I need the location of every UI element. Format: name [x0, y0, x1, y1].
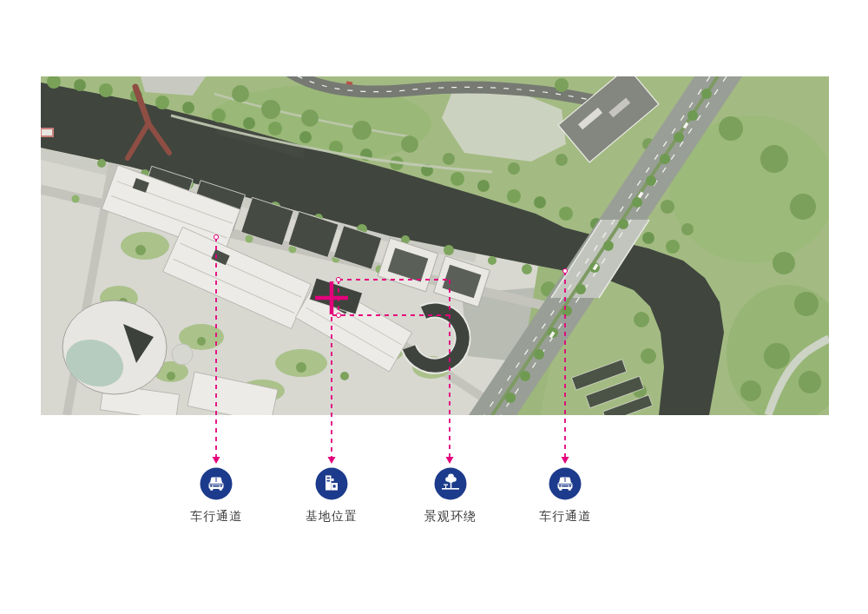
aerial-map [41, 76, 829, 415]
car-icon [549, 467, 582, 500]
site-location-icon [315, 467, 348, 500]
slide-page: 车行通道 基地位置 [0, 0, 868, 614]
legend-item-landscape: 景观环绕 [398, 467, 503, 524]
landscape-icon [434, 467, 467, 500]
legend-item-site-location: 基地位置 [279, 467, 384, 524]
legend-item-vehicle-access-2: 车行通道 [513, 467, 617, 524]
legend-label: 车行通道 [513, 508, 617, 524]
leader-arrowheads [213, 457, 569, 464]
legend-label: 车行通道 [164, 508, 268, 524]
legend-item-vehicle-access-1: 车行通道 [164, 467, 268, 524]
legend-label: 基地位置 [279, 508, 384, 524]
legend-label: 景观环绕 [398, 508, 503, 524]
car-icon [200, 467, 233, 500]
aerial-map-graphic [41, 76, 829, 415]
